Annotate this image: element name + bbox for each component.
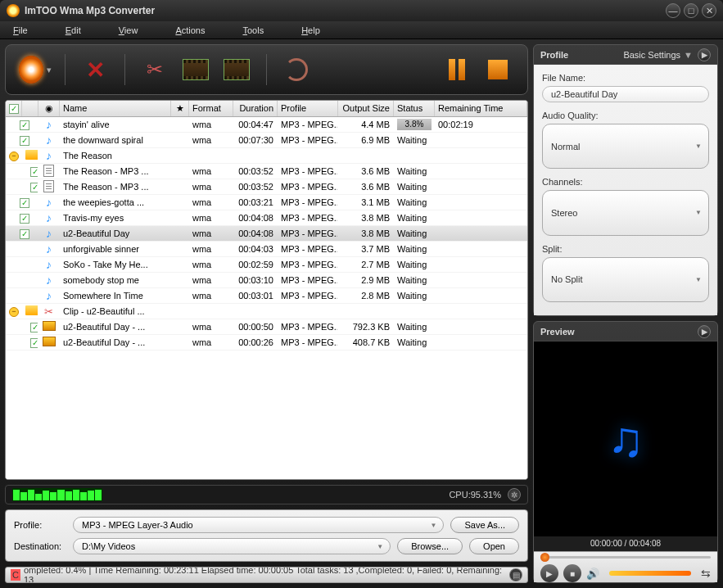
- browse-button[interactable]: Browse...: [397, 538, 463, 554]
- filename-field[interactable]: u2-Beautiful Day: [542, 86, 709, 102]
- table-row[interactable]: u2-Beautiful Day - ...wma00:00:50MP3 - M…: [6, 319, 527, 335]
- table-row[interactable]: ♪the downward spiralwma00:07:30MP3 - MPE…: [6, 133, 527, 148]
- table-row[interactable]: ♪somebody stop mewma00:03:10MP3 - MPEG..…: [6, 273, 527, 288]
- preview-expand-button[interactable]: ▶: [698, 325, 711, 338]
- destination-combo[interactable]: D:\My Videos: [73, 538, 391, 554]
- volume-icon[interactable]: 🔊: [586, 568, 599, 580]
- table-row[interactable]: ♪stayin' alivewma00:04:47MP3 - MPEG...4.…: [6, 117, 527, 133]
- preview-area: ♫: [534, 341, 717, 536]
- table-row[interactable]: The Reason - MP3 ...wma00:03:52MP3 - MPE…: [6, 164, 527, 179]
- table-row[interactable]: ♪SoKo - Take My He...wma00:02:59MP3 - MP…: [6, 257, 527, 273]
- refresh-button[interactable]: [280, 53, 313, 86]
- status-log-button[interactable]: ▤: [509, 568, 522, 581]
- delete-button[interactable]: ✕: [79, 53, 111, 86]
- minimize-button[interactable]: —: [666, 3, 680, 18]
- header-name[interactable]: Name: [60, 101, 171, 116]
- cpu-text: CPU:95.31%: [449, 490, 501, 500]
- player-stop-button[interactable]: ■: [563, 564, 581, 582]
- preview-title: Preview: [540, 327, 575, 337]
- app-logo-icon: [7, 4, 20, 17]
- quality-combo[interactable]: Normal: [542, 124, 709, 169]
- menu-help[interactable]: Help: [301, 25, 320, 35]
- table-row[interactable]: ♪the weepies-gotta ...wma00:03:21MP3 - M…: [6, 195, 527, 210]
- profile-panel: Profile Basic Settings ▼ ▶ File Name: u2…: [533, 44, 718, 316]
- toolbar: ▾ ✕ ✂: [5, 44, 528, 95]
- app-title: ImTOO Wma Mp3 Converter: [25, 5, 662, 16]
- channels-label: Channels:: [542, 177, 709, 187]
- header-duration[interactable]: Duration: [233, 101, 278, 116]
- header-star[interactable]: ★: [171, 101, 189, 116]
- preview-panel: Preview ▶ ♫ 00:00:00 / 00:04:08 ▶ ■ 🔊 ⇆: [533, 321, 718, 583]
- table-row[interactable]: ♪Somewhere In Timewma00:03:01MP3 - MPEG.…: [6, 288, 527, 304]
- seek-slider[interactable]: [540, 555, 711, 559]
- header-check[interactable]: [6, 101, 22, 116]
- volume-slider[interactable]: [609, 571, 691, 576]
- menu-file[interactable]: File: [13, 25, 28, 35]
- basic-settings-label[interactable]: Basic Settings: [623, 50, 680, 60]
- menu-tools[interactable]: Tools: [242, 25, 264, 35]
- header-remaining[interactable]: Remaining Time: [435, 101, 527, 116]
- menu-actions[interactable]: Actions: [175, 25, 205, 35]
- cut-button[interactable]: ✂: [138, 53, 171, 86]
- stop-button[interactable]: [481, 53, 514, 86]
- table-row[interactable]: The Reason - MP3 ...wma00:03:52MP3 - MPE…: [6, 179, 527, 195]
- merge-button[interactable]: [220, 53, 253, 86]
- save-as-button[interactable]: Save As...: [450, 517, 519, 533]
- file-grid: ◉ Name ★ Format Duration Profile Output …: [5, 100, 528, 480]
- profile-expand-button[interactable]: ▶: [698, 48, 711, 61]
- split-combo[interactable]: No Split: [542, 257, 709, 302]
- add-button[interactable]: ▾: [19, 53, 52, 86]
- table-row[interactable]: −✂Clip - u2-Beautiful ...: [6, 304, 527, 319]
- status-prefix: C: [11, 569, 20, 581]
- cpu-meter-icon: [12, 488, 102, 501]
- filename-label: File Name:: [542, 73, 709, 83]
- table-row[interactable]: ♪u2-Beautiful Daywma00:04:08MP3 - MPEG..…: [6, 226, 527, 242]
- menu-view[interactable]: View: [119, 25, 138, 35]
- player-controls: ▶ ■ 🔊 ⇆: [534, 551, 717, 582]
- preview-time: 00:00:00 / 00:04:08: [534, 536, 717, 551]
- header-format[interactable]: Format: [189, 101, 233, 116]
- profile-label: Profile:: [14, 520, 66, 530]
- table-row[interactable]: ♪Travis-my eyeswma00:04:08MP3 - MPEG...3…: [6, 210, 527, 226]
- grid-header: ◉ Name ★ Format Duration Profile Output …: [6, 101, 527, 117]
- channels-combo[interactable]: Stereo: [542, 190, 709, 235]
- cpu-bar: CPU:95.31% ✲: [5, 485, 528, 504]
- profile-combo[interactable]: MP3 - MPEG Layer-3 Audio: [73, 517, 444, 533]
- open-button[interactable]: Open: [469, 538, 519, 554]
- table-row[interactable]: u2-Beautiful Day - ...wma00:00:26MP3 - M…: [6, 335, 527, 351]
- header-profile[interactable]: Profile: [278, 101, 338, 116]
- clip-button[interactable]: [179, 53, 212, 86]
- destination-label: Destination:: [14, 541, 66, 551]
- menu-edit[interactable]: Edit: [66, 25, 81, 35]
- output-settings: Profile: MP3 - MPEG Layer-3 Audio Save A…: [5, 509, 528, 562]
- play-button[interactable]: ▶: [540, 564, 558, 582]
- table-row[interactable]: ♪unforgivable sinnerwma00:04:03MP3 - MPE…: [6, 242, 527, 257]
- maximize-button[interactable]: □: [684, 3, 698, 18]
- profile-panel-title: Profile: [540, 50, 568, 60]
- titlebar: ImTOO Wma Mp3 Converter — □ ✕: [0, 0, 723, 21]
- status-bar: C ompleted: 0.4% | Time Remaining: 00:23…: [5, 567, 528, 583]
- header-type-icon[interactable]: ◉: [38, 101, 60, 116]
- snapshot-button[interactable]: ⇆: [701, 567, 711, 580]
- table-row[interactable]: −♪The Reason: [6, 148, 527, 164]
- pause-button[interactable]: [441, 53, 473, 86]
- menubar: File Edit View Actions Tools Help: [0, 21, 723, 39]
- cpu-settings-button[interactable]: ✲: [508, 488, 521, 501]
- status-text: ompleted: 0.4% | Time Remaining: 00:23:1…: [24, 567, 503, 583]
- grid-body[interactable]: ♪stayin' alivewma00:04:47MP3 - MPEG...4.…: [6, 117, 527, 479]
- split-label: Split:: [542, 244, 709, 254]
- header-status[interactable]: Status: [394, 101, 435, 116]
- music-note-icon: ♫: [608, 411, 644, 468]
- quality-label: Audio Quality:: [542, 111, 709, 120]
- header-output[interactable]: Output Size: [338, 101, 394, 116]
- close-button[interactable]: ✕: [702, 3, 716, 18]
